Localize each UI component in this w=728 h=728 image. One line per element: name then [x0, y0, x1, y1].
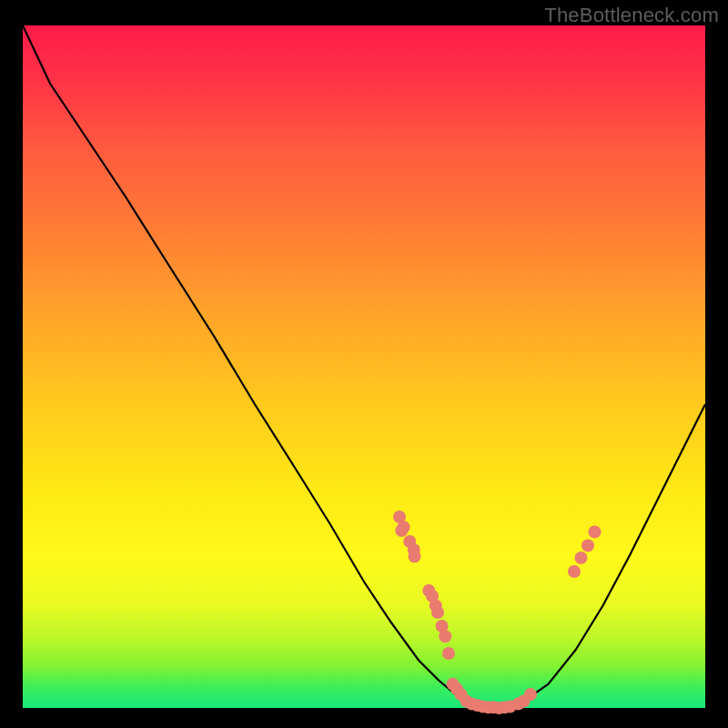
plot-area	[23, 25, 705, 708]
bottleneck-curve	[23, 25, 705, 708]
data-dot	[431, 606, 444, 619]
data-dot	[439, 630, 451, 642]
data-dot	[581, 540, 594, 552]
curve-svg	[23, 25, 705, 708]
data-dot	[524, 688, 537, 701]
data-dot	[589, 526, 602, 539]
chart-container: TheBottleneck.com	[0, 0, 728, 728]
data-dot	[575, 551, 588, 564]
data-dot	[409, 551, 421, 563]
data-dot	[442, 647, 455, 660]
data-dot	[395, 524, 408, 537]
data-dot	[568, 565, 581, 578]
watermark-text: TheBottleneck.com	[544, 4, 719, 27]
dot-layer	[393, 511, 602, 714]
